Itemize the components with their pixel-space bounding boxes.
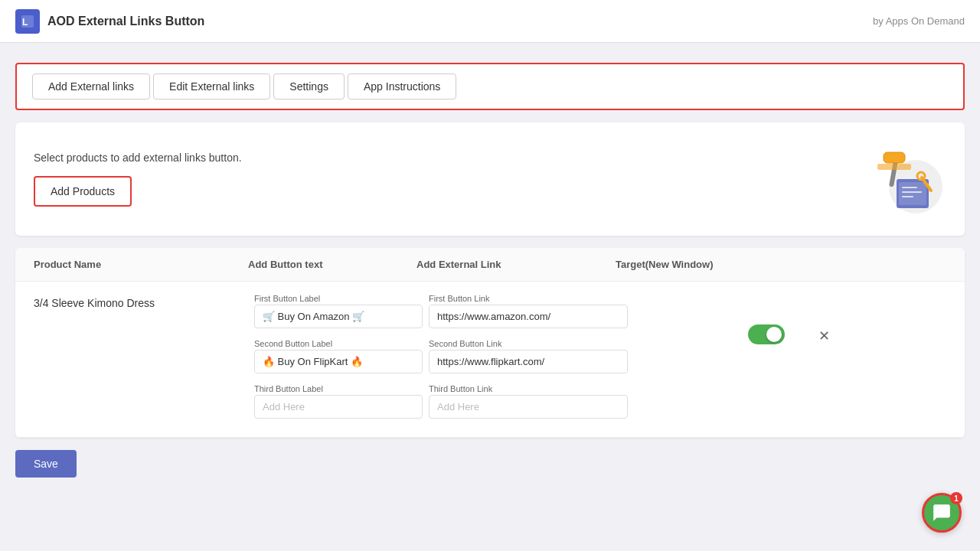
target-col: ✕ [634,294,946,347]
first-button-link-group: First Button Link [429,294,628,328]
svg-rect-6 [877,164,911,170]
third-button-link-group: Third Button Link [429,384,628,419]
svg-rect-10 [902,191,922,193]
col-button-text: Add Button text [248,259,416,270]
third-button-label-label: Third Button Label [254,384,423,393]
third-button-label-input[interactable] [254,395,423,419]
first-button-link-input[interactable] [429,305,628,328]
save-button[interactable]: Save [15,450,77,478]
app-logo: L [15,9,40,34]
chat-badge: 1 [950,492,962,504]
svg-text:L: L [22,17,28,28]
second-button-label-group: Second Button Label [254,339,423,373]
save-section: Save [15,438,965,490]
svg-rect-8 [899,182,926,205]
first-button-label-input[interactable] [254,305,423,328]
add-products-button[interactable]: Add Products [34,176,132,207]
col-target: Target(New Window) [616,259,946,270]
svg-rect-9 [902,187,917,188]
target-toggle[interactable] [748,324,785,344]
first-button-link-label: First Button Link [429,294,628,303]
third-button-link-input[interactable] [429,395,628,419]
tab-settings[interactable]: Settings [273,73,345,99]
button-text-col: First Button Label Second Button Label T… [254,294,423,425]
third-button-link-label: Third Button Link [429,384,628,393]
second-button-link-label: Second Button Link [429,339,628,348]
header-left: L AOD External Links Button [15,9,204,34]
svg-rect-4 [884,152,905,163]
first-button-label-label: First Button Label [254,294,423,303]
table-header: Product Name Add Button text Add Externa… [15,248,965,282]
product-name-cell: 3/4 Sleeve Kimono Dress [34,294,248,309]
col-external-link: Add External Link [416,259,616,270]
add-products-left: Select products to add external links bu… [34,152,854,207]
tab-add-external-links[interactable]: Add External links [32,73,150,99]
chat-bubble-button[interactable]: 1 [922,493,962,533]
third-button-label-group: Third Button Label [254,384,423,419]
table-row: 3/4 Sleeve Kimono Dress First Button Lab… [15,282,965,438]
col-product-name: Product Name [34,259,248,270]
add-products-description: Select products to add external links bu… [34,152,854,164]
second-button-label-input[interactable] [254,350,423,373]
tab-edit-external-links[interactable]: Edit External links [153,73,270,99]
illustration [854,141,946,217]
delete-row-button[interactable]: ✕ [815,324,833,347]
svg-rect-11 [902,196,913,197]
products-table: Product Name Add Button text Add Externa… [15,248,965,438]
first-button-label-group: First Button Label [254,294,423,328]
tab-app-instructions[interactable]: App Instructions [348,73,456,99]
app-title: AOD External Links Button [47,15,204,28]
app-header: L AOD External Links Button by Apps On D… [0,0,980,43]
header-byline: by Apps On Demand [873,15,965,27]
add-products-section: Select products to add external links bu… [34,141,946,217]
second-button-link-input[interactable] [429,350,628,373]
main-content: Select products to add external links bu… [0,110,980,502]
second-button-label-label: Second Button Label [254,339,423,348]
external-link-col: First Button Link Second Button Link Thi… [429,294,628,425]
add-products-card: Select products to add external links bu… [15,122,965,236]
second-button-link-group: Second Button Link [429,339,628,373]
tab-navigation: Add External links Edit External links S… [15,63,965,110]
